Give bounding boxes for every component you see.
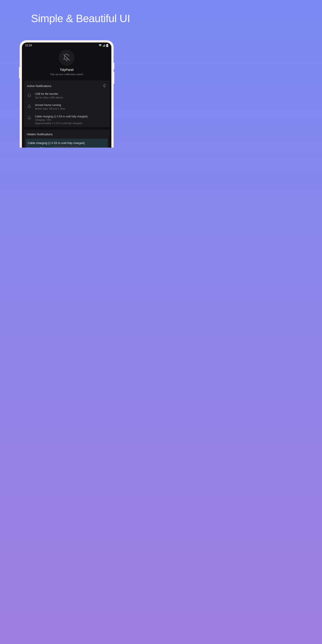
notification-item[interactable]: Arrived Home running Mobile data: Off an… [24,101,110,112]
app-subtitle: Tidy up your notification panel! [22,73,111,76]
promo-headline: Simple & Beautiful UI [0,12,161,24]
notification-title: Arrived Home running [35,104,106,107]
notification-title: USB for file transfer [35,92,106,96]
status-icons [98,44,108,47]
app-icon [58,50,75,66]
notification-subtitle: Tap for other USB options. [35,96,106,99]
notification-subtitle: Charging: 72% (Approximately 1 h 53 m un… [35,118,106,125]
highlight-title: Cable charging (1 h 53 m until fully cha… [28,141,106,145]
battery-icon [106,44,108,47]
status-time: 12:19 [25,44,32,47]
notification-subtitle: Mobile data: Off and 1 other [35,107,106,110]
device-button-left [19,67,20,78]
hidden-notifications-card: Hidden Notifications Cable charging (1 h… [24,130,110,148]
bell-icon [27,104,32,108]
device-button-right-top [113,62,114,69]
hidden-card-title: Hidden Notifications [27,132,53,136]
nav-pill[interactable] [54,146,79,147]
refresh-button[interactable] [102,84,106,88]
app-title: TidyPanel [22,68,111,72]
signal-icon [103,44,105,47]
bell-off-icon [62,54,71,62]
active-card-title: Active Notifications [27,84,52,88]
app-header: TidyPanel Tidy up your notification pane… [22,48,111,80]
status-bar: 12:19 [22,42,111,48]
screen: 12:19 [22,42,111,148]
device-frame: 12:19 [20,40,114,148]
notification-item[interactable]: USB for file transfer Tap for other USB … [24,90,110,101]
wifi-icon [98,44,102,47]
notification-title: Cable charging (1 h 53 m until fully cha… [35,115,106,118]
device-button-right-mid [113,72,114,84]
bell-icon [27,92,32,97]
bell-icon [27,115,32,120]
refresh-icon [102,85,106,88]
notification-item[interactable]: Cable charging (1 h 53 m until fully cha… [24,113,110,127]
active-notifications-card: Active Notifications USB for file transf… [24,80,110,127]
